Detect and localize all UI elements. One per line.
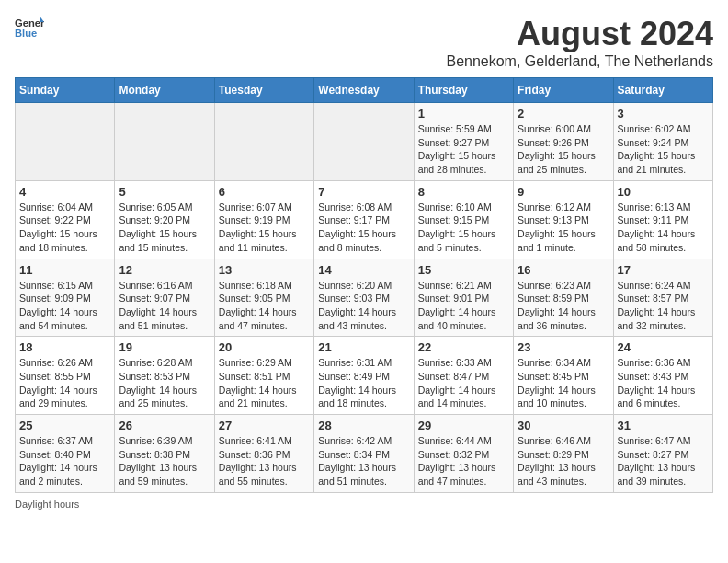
calendar-cell: 6Sunrise: 6:07 AMSunset: 9:19 PMDaylight…	[214, 180, 313, 259]
day-number: 12	[119, 263, 210, 277]
day-info: Sunrise: 6:41 AMSunset: 8:36 PMDaylight:…	[219, 434, 310, 488]
calendar-cell: 26Sunrise: 6:39 AMSunset: 8:38 PMDayligh…	[115, 415, 214, 493]
day-info: Sunrise: 5:59 AMSunset: 9:27 PMDaylight:…	[418, 122, 509, 177]
calendar-cell: 29Sunrise: 6:44 AMSunset: 8:32 PMDayligh…	[414, 415, 513, 493]
day-info: Sunrise: 6:36 AMSunset: 8:43 PMDaylight:…	[618, 356, 709, 410]
day-number: 4	[19, 185, 110, 199]
main-title: August 2024	[446, 15, 713, 53]
day-info: Sunrise: 6:20 AMSunset: 9:03 PMDaylight:…	[318, 279, 409, 333]
calendar-cell: 11Sunrise: 6:15 AMSunset: 9:09 PMDayligh…	[16, 259, 115, 337]
day-info: Sunrise: 6:13 AMSunset: 9:11 PMDaylight:…	[618, 201, 709, 255]
day-of-week-header: Saturday	[613, 78, 712, 103]
day-number: 24	[618, 340, 709, 354]
day-number: 30	[518, 419, 609, 432]
day-number: 23	[518, 340, 609, 354]
day-number: 13	[219, 263, 310, 277]
day-number: 29	[418, 419, 509, 432]
day-info: Sunrise: 6:02 AMSunset: 9:24 PMDaylight:…	[618, 122, 709, 177]
calendar-cell: 22Sunrise: 6:33 AMSunset: 8:47 PMDayligh…	[414, 337, 513, 415]
day-number: 19	[119, 340, 210, 354]
day-info: Sunrise: 6:29 AMSunset: 8:51 PMDaylight:…	[219, 356, 310, 410]
header-row: SundayMondayTuesdayWednesdayThursdayFrid…	[16, 78, 713, 103]
day-of-week-header: Sunday	[16, 78, 115, 103]
day-number: 21	[318, 340, 409, 354]
calendar-cell: 17Sunrise: 6:24 AMSunset: 8:57 PMDayligh…	[613, 259, 712, 337]
calendar-cell: 28Sunrise: 6:42 AMSunset: 8:34 PMDayligh…	[314, 415, 414, 493]
calendar-cell: 3Sunrise: 6:02 AMSunset: 9:24 PMDaylight…	[613, 103, 712, 181]
calendar-cell: 21Sunrise: 6:31 AMSunset: 8:49 PMDayligh…	[314, 337, 414, 415]
day-number: 14	[318, 263, 409, 277]
calendar-cell: 16Sunrise: 6:23 AMSunset: 8:59 PMDayligh…	[514, 259, 613, 337]
day-number: 2	[518, 107, 609, 121]
day-info: Sunrise: 6:26 AMSunset: 8:55 PMDaylight:…	[19, 356, 110, 410]
calendar-cell: 12Sunrise: 6:16 AMSunset: 9:07 PMDayligh…	[115, 259, 214, 337]
day-number: 5	[119, 185, 210, 199]
day-info: Sunrise: 6:12 AMSunset: 9:13 PMDaylight:…	[518, 201, 609, 255]
header: General Blue August 2024 Bennekom, Gelde…	[15, 15, 713, 70]
calendar-cell: 5Sunrise: 6:05 AMSunset: 9:20 PMDaylight…	[115, 180, 214, 259]
day-number: 9	[518, 185, 609, 199]
calendar-cell: 31Sunrise: 6:47 AMSunset: 8:27 PMDayligh…	[613, 415, 712, 493]
calendar-cell: 19Sunrise: 6:28 AMSunset: 8:53 PMDayligh…	[115, 337, 214, 415]
day-number: 25	[19, 419, 110, 432]
day-info: Sunrise: 6:28 AMSunset: 8:53 PMDaylight:…	[119, 356, 210, 410]
title-area: August 2024 Bennekom, Gelderland, The Ne…	[446, 15, 713, 70]
calendar-cell: 20Sunrise: 6:29 AMSunset: 8:51 PMDayligh…	[214, 337, 313, 415]
calendar-cell: 30Sunrise: 6:46 AMSunset: 8:29 PMDayligh…	[514, 415, 613, 493]
calendar-cell: 8Sunrise: 6:10 AMSunset: 9:15 PMDaylight…	[414, 180, 513, 259]
day-info: Sunrise: 6:05 AMSunset: 9:20 PMDaylight:…	[119, 201, 210, 255]
day-info: Sunrise: 6:23 AMSunset: 8:59 PMDaylight:…	[518, 279, 609, 333]
day-number: 18	[19, 340, 110, 354]
calendar-header: SundayMondayTuesdayWednesdayThursdayFrid…	[16, 78, 713, 103]
calendar-week-row: 25Sunrise: 6:37 AMSunset: 8:40 PMDayligh…	[16, 415, 713, 493]
day-info: Sunrise: 6:34 AMSunset: 8:45 PMDaylight:…	[518, 356, 609, 410]
day-number: 3	[618, 107, 709, 121]
day-number: 8	[418, 185, 509, 199]
calendar-week-row: 11Sunrise: 6:15 AMSunset: 9:09 PMDayligh…	[16, 259, 713, 337]
calendar-cell: 27Sunrise: 6:41 AMSunset: 8:36 PMDayligh…	[214, 415, 313, 493]
logo-icon: General Blue	[15, 15, 44, 40]
svg-text:Blue: Blue	[15, 28, 37, 39]
day-info: Sunrise: 6:31 AMSunset: 8:49 PMDaylight:…	[318, 356, 409, 410]
day-number: 20	[219, 340, 310, 354]
calendar-cell: 1Sunrise: 5:59 AMSunset: 9:27 PMDaylight…	[414, 103, 513, 181]
calendar-cell: 23Sunrise: 6:34 AMSunset: 8:45 PMDayligh…	[514, 337, 613, 415]
day-number: 16	[518, 263, 609, 277]
calendar-cell	[16, 103, 115, 181]
day-info: Sunrise: 6:39 AMSunset: 8:38 PMDaylight:…	[119, 434, 210, 488]
day-info: Sunrise: 6:18 AMSunset: 9:05 PMDaylight:…	[219, 279, 310, 333]
day-number: 22	[418, 340, 509, 354]
calendar-cell: 18Sunrise: 6:26 AMSunset: 8:55 PMDayligh…	[16, 337, 115, 415]
day-of-week-header: Wednesday	[314, 78, 414, 103]
day-number: 17	[618, 263, 709, 277]
day-of-week-header: Thursday	[414, 78, 513, 103]
calendar-cell: 24Sunrise: 6:36 AMSunset: 8:43 PMDayligh…	[613, 337, 712, 415]
logo: General Blue	[15, 15, 44, 40]
day-of-week-header: Friday	[514, 78, 613, 103]
calendar-week-row: 4Sunrise: 6:04 AMSunset: 9:22 PMDaylight…	[16, 180, 713, 259]
calendar-cell: 10Sunrise: 6:13 AMSunset: 9:11 PMDayligh…	[613, 180, 712, 259]
day-info: Sunrise: 6:16 AMSunset: 9:07 PMDaylight:…	[119, 279, 210, 333]
calendar-cell	[115, 103, 214, 181]
day-number: 15	[418, 263, 509, 277]
day-info: Sunrise: 6:46 AMSunset: 8:29 PMDaylight:…	[518, 434, 609, 488]
day-of-week-header: Tuesday	[214, 78, 313, 103]
calendar-cell: 14Sunrise: 6:20 AMSunset: 9:03 PMDayligh…	[314, 259, 414, 337]
day-info: Sunrise: 6:10 AMSunset: 9:15 PMDaylight:…	[418, 201, 509, 255]
calendar-cell: 15Sunrise: 6:21 AMSunset: 9:01 PMDayligh…	[414, 259, 513, 337]
day-number: 10	[618, 185, 709, 199]
day-number: 26	[119, 419, 210, 432]
calendar-cell: 4Sunrise: 6:04 AMSunset: 9:22 PMDaylight…	[16, 180, 115, 259]
day-info: Sunrise: 6:47 AMSunset: 8:27 PMDaylight:…	[618, 434, 709, 488]
day-number: 27	[219, 419, 310, 432]
day-info: Sunrise: 6:07 AMSunset: 9:19 PMDaylight:…	[219, 201, 310, 255]
day-number: 28	[318, 419, 409, 432]
calendar-week-row: 18Sunrise: 6:26 AMSunset: 8:55 PMDayligh…	[16, 337, 713, 415]
day-of-week-header: Monday	[115, 78, 214, 103]
day-info: Sunrise: 6:00 AMSunset: 9:26 PMDaylight:…	[518, 122, 609, 177]
calendar-cell: 9Sunrise: 6:12 AMSunset: 9:13 PMDaylight…	[514, 180, 613, 259]
calendar-cell: 2Sunrise: 6:00 AMSunset: 9:26 PMDaylight…	[514, 103, 613, 181]
calendar-table: SundayMondayTuesdayWednesdayThursdayFrid…	[15, 77, 713, 493]
day-number: 6	[219, 185, 310, 199]
calendar-cell	[214, 103, 313, 181]
